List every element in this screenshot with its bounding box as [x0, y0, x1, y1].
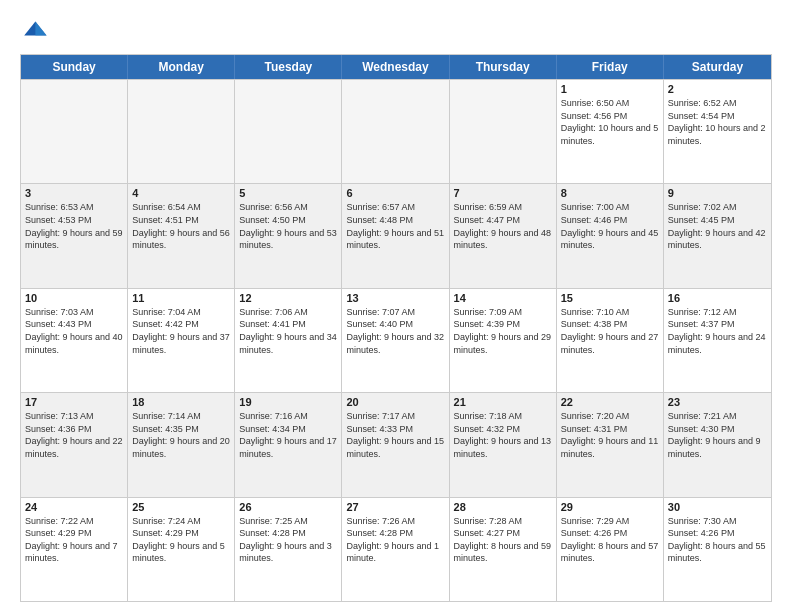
day-number: 5 [239, 187, 337, 199]
calendar-cell: 12Sunrise: 7:06 AMSunset: 4:41 PMDayligh… [235, 289, 342, 392]
day-number: 23 [668, 396, 767, 408]
calendar-cell [21, 80, 128, 183]
calendar-cell: 20Sunrise: 7:17 AMSunset: 4:33 PMDayligh… [342, 393, 449, 496]
calendar-cell: 19Sunrise: 7:16 AMSunset: 4:34 PMDayligh… [235, 393, 342, 496]
calendar-week: 1Sunrise: 6:50 AMSunset: 4:56 PMDaylight… [21, 79, 771, 183]
day-number: 18 [132, 396, 230, 408]
day-number: 19 [239, 396, 337, 408]
calendar-week: 24Sunrise: 7:22 AMSunset: 4:29 PMDayligh… [21, 497, 771, 601]
calendar-cell: 7Sunrise: 6:59 AMSunset: 4:47 PMDaylight… [450, 184, 557, 287]
calendar-cell: 17Sunrise: 7:13 AMSunset: 4:36 PMDayligh… [21, 393, 128, 496]
day-number: 10 [25, 292, 123, 304]
day-number: 11 [132, 292, 230, 304]
cell-text: Sunrise: 7:22 AMSunset: 4:29 PMDaylight:… [25, 515, 123, 565]
cell-text: Sunrise: 7:29 AMSunset: 4:26 PMDaylight:… [561, 515, 659, 565]
calendar-cell: 26Sunrise: 7:25 AMSunset: 4:28 PMDayligh… [235, 498, 342, 601]
cell-text: Sunrise: 7:07 AMSunset: 4:40 PMDaylight:… [346, 306, 444, 356]
cell-text: Sunrise: 7:25 AMSunset: 4:28 PMDaylight:… [239, 515, 337, 565]
cell-text: Sunrise: 7:13 AMSunset: 4:36 PMDaylight:… [25, 410, 123, 460]
day-number: 13 [346, 292, 444, 304]
day-number: 22 [561, 396, 659, 408]
day-number: 16 [668, 292, 767, 304]
calendar-cell: 13Sunrise: 7:07 AMSunset: 4:40 PMDayligh… [342, 289, 449, 392]
calendar-cell: 27Sunrise: 7:26 AMSunset: 4:28 PMDayligh… [342, 498, 449, 601]
calendar-header-day: Sunday [21, 55, 128, 79]
cell-text: Sunrise: 7:17 AMSunset: 4:33 PMDaylight:… [346, 410, 444, 460]
day-number: 9 [668, 187, 767, 199]
cell-text: Sunrise: 7:02 AMSunset: 4:45 PMDaylight:… [668, 201, 767, 251]
cell-text: Sunrise: 6:54 AMSunset: 4:51 PMDaylight:… [132, 201, 230, 251]
page: SundayMondayTuesdayWednesdayThursdayFrid… [0, 0, 792, 612]
day-number: 24 [25, 501, 123, 513]
cell-text: Sunrise: 7:04 AMSunset: 4:42 PMDaylight:… [132, 306, 230, 356]
calendar-header-day: Tuesday [235, 55, 342, 79]
calendar-cell: 22Sunrise: 7:20 AMSunset: 4:31 PMDayligh… [557, 393, 664, 496]
cell-text: Sunrise: 7:00 AMSunset: 4:46 PMDaylight:… [561, 201, 659, 251]
calendar-cell: 11Sunrise: 7:04 AMSunset: 4:42 PMDayligh… [128, 289, 235, 392]
cell-text: Sunrise: 7:06 AMSunset: 4:41 PMDaylight:… [239, 306, 337, 356]
cell-text: Sunrise: 6:56 AMSunset: 4:50 PMDaylight:… [239, 201, 337, 251]
day-number: 21 [454, 396, 552, 408]
calendar-header-day: Thursday [450, 55, 557, 79]
cell-text: Sunrise: 6:50 AMSunset: 4:56 PMDaylight:… [561, 97, 659, 147]
calendar-header-day: Wednesday [342, 55, 449, 79]
logo-area [20, 16, 52, 44]
cell-text: Sunrise: 7:09 AMSunset: 4:39 PMDaylight:… [454, 306, 552, 356]
calendar-cell [128, 80, 235, 183]
calendar-cell: 6Sunrise: 6:57 AMSunset: 4:48 PMDaylight… [342, 184, 449, 287]
calendar-week: 10Sunrise: 7:03 AMSunset: 4:43 PMDayligh… [21, 288, 771, 392]
calendar-cell: 18Sunrise: 7:14 AMSunset: 4:35 PMDayligh… [128, 393, 235, 496]
calendar-header-day: Monday [128, 55, 235, 79]
calendar-cell: 28Sunrise: 7:28 AMSunset: 4:27 PMDayligh… [450, 498, 557, 601]
calendar-week: 17Sunrise: 7:13 AMSunset: 4:36 PMDayligh… [21, 392, 771, 496]
day-number: 29 [561, 501, 659, 513]
day-number: 17 [25, 396, 123, 408]
cell-text: Sunrise: 7:24 AMSunset: 4:29 PMDaylight:… [132, 515, 230, 565]
calendar-cell: 1Sunrise: 6:50 AMSunset: 4:56 PMDaylight… [557, 80, 664, 183]
calendar-header-day: Friday [557, 55, 664, 79]
calendar-cell: 15Sunrise: 7:10 AMSunset: 4:38 PMDayligh… [557, 289, 664, 392]
cell-text: Sunrise: 6:52 AMSunset: 4:54 PMDaylight:… [668, 97, 767, 147]
calendar-cell: 10Sunrise: 7:03 AMSunset: 4:43 PMDayligh… [21, 289, 128, 392]
day-number: 4 [132, 187, 230, 199]
day-number: 6 [346, 187, 444, 199]
calendar-cell: 23Sunrise: 7:21 AMSunset: 4:30 PMDayligh… [664, 393, 771, 496]
header [20, 16, 772, 44]
cell-text: Sunrise: 7:14 AMSunset: 4:35 PMDaylight:… [132, 410, 230, 460]
day-number: 25 [132, 501, 230, 513]
calendar-cell [235, 80, 342, 183]
day-number: 12 [239, 292, 337, 304]
cell-text: Sunrise: 7:12 AMSunset: 4:37 PMDaylight:… [668, 306, 767, 356]
cell-text: Sunrise: 7:28 AMSunset: 4:27 PMDaylight:… [454, 515, 552, 565]
day-number: 14 [454, 292, 552, 304]
calendar-header-day: Saturday [664, 55, 771, 79]
day-number: 26 [239, 501, 337, 513]
cell-text: Sunrise: 7:20 AMSunset: 4:31 PMDaylight:… [561, 410, 659, 460]
cell-text: Sunrise: 7:18 AMSunset: 4:32 PMDaylight:… [454, 410, 552, 460]
svg-marker-1 [35, 22, 46, 36]
day-number: 28 [454, 501, 552, 513]
day-number: 2 [668, 83, 767, 95]
calendar-cell: 25Sunrise: 7:24 AMSunset: 4:29 PMDayligh… [128, 498, 235, 601]
calendar-cell: 5Sunrise: 6:56 AMSunset: 4:50 PMDaylight… [235, 184, 342, 287]
day-number: 30 [668, 501, 767, 513]
cell-text: Sunrise: 6:59 AMSunset: 4:47 PMDaylight:… [454, 201, 552, 251]
calendar-header: SundayMondayTuesdayWednesdayThursdayFrid… [21, 55, 771, 79]
day-number: 27 [346, 501, 444, 513]
calendar-cell: 4Sunrise: 6:54 AMSunset: 4:51 PMDaylight… [128, 184, 235, 287]
day-number: 1 [561, 83, 659, 95]
calendar-cell: 8Sunrise: 7:00 AMSunset: 4:46 PMDaylight… [557, 184, 664, 287]
cell-text: Sunrise: 7:26 AMSunset: 4:28 PMDaylight:… [346, 515, 444, 565]
cell-text: Sunrise: 7:16 AMSunset: 4:34 PMDaylight:… [239, 410, 337, 460]
day-number: 7 [454, 187, 552, 199]
calendar-week: 3Sunrise: 6:53 AMSunset: 4:53 PMDaylight… [21, 183, 771, 287]
calendar: SundayMondayTuesdayWednesdayThursdayFrid… [20, 54, 772, 602]
calendar-cell: 29Sunrise: 7:29 AMSunset: 4:26 PMDayligh… [557, 498, 664, 601]
calendar-cell: 3Sunrise: 6:53 AMSunset: 4:53 PMDaylight… [21, 184, 128, 287]
cell-text: Sunrise: 6:53 AMSunset: 4:53 PMDaylight:… [25, 201, 123, 251]
calendar-cell: 14Sunrise: 7:09 AMSunset: 4:39 PMDayligh… [450, 289, 557, 392]
day-number: 8 [561, 187, 659, 199]
calendar-cell: 2Sunrise: 6:52 AMSunset: 4:54 PMDaylight… [664, 80, 771, 183]
day-number: 15 [561, 292, 659, 304]
calendar-cell: 30Sunrise: 7:30 AMSunset: 4:26 PMDayligh… [664, 498, 771, 601]
